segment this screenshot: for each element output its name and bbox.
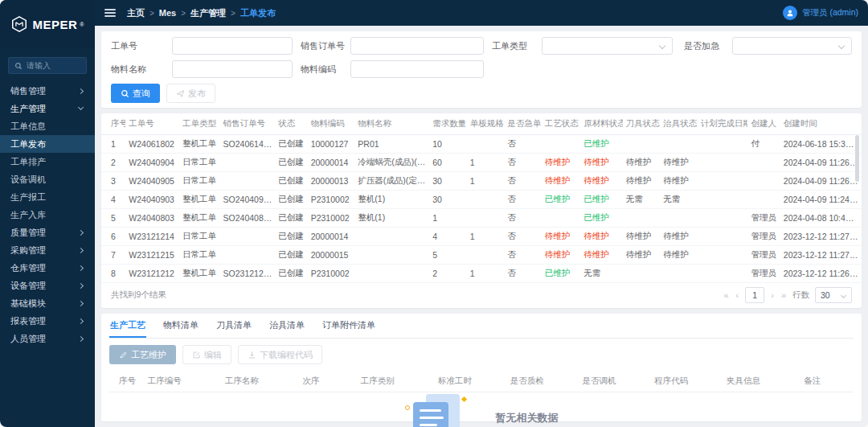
tab-订单附件清单[interactable]: 订单附件清单 xyxy=(321,314,376,338)
sidebar-item-生产报工[interactable]: 生产报工 xyxy=(0,188,95,206)
order-cell: 管理员 xyxy=(747,265,780,283)
urgent-select[interactable] xyxy=(732,37,852,55)
order-cell: 已创建 xyxy=(275,246,307,265)
tab-物料清单[interactable]: 物料清单 xyxy=(162,314,199,338)
order-row[interactable]: 5W24040803整机工单SO24040801已创建P2310002整机(1)… xyxy=(101,209,862,228)
page-size-select[interactable]: 30 xyxy=(815,287,852,303)
first-page-button[interactable]: « xyxy=(723,290,729,300)
breadcrumb-item[interactable]: 工单发布 xyxy=(240,7,276,19)
publish-button[interactable]: 发布 xyxy=(166,84,215,103)
order-cell: 否 xyxy=(504,154,541,172)
order-row[interactable]: 1W24061802整机工单SO24061402已创建10000127PR011… xyxy=(101,135,862,154)
order-row[interactable]: 3W24040905日常工单已创建20000013扩压器(成品)(定制)301否… xyxy=(101,172,862,191)
sidebar-search[interactable] xyxy=(8,57,87,74)
order-cell: 待维护 xyxy=(660,154,697,172)
sidebar-item-设备调机[interactable]: 设备调机 xyxy=(0,170,95,188)
order-cell xyxy=(354,246,429,265)
process-column-header: 程序代码 xyxy=(651,371,723,392)
current-page[interactable]: 1 xyxy=(745,287,764,303)
material-name-input[interactable] xyxy=(172,60,293,78)
last-page-button[interactable]: » xyxy=(780,290,787,300)
order-cell: W24040904 xyxy=(125,154,179,172)
order-cell xyxy=(660,209,697,228)
breadcrumb-item[interactable]: Mes xyxy=(159,8,176,18)
prev-page-button[interactable]: ‹ xyxy=(735,290,740,300)
order-type-select[interactable] xyxy=(542,37,673,55)
order-cell xyxy=(660,265,697,283)
process-column-header: 是否调机 xyxy=(579,371,651,392)
detail-buttons: 工艺维护编辑下载编程代码 xyxy=(109,339,854,371)
sidebar-item-工单发布[interactable]: 工单发布 xyxy=(0,135,95,153)
order-cell: 待维护 xyxy=(580,246,623,265)
order-cell: 已维护 xyxy=(542,265,581,283)
order-cell xyxy=(220,154,276,172)
column-header: 序号 xyxy=(101,113,125,135)
sidebar-group-label: 生产管理 xyxy=(10,103,79,115)
user-menu[interactable]: 管理员 (admin) xyxy=(783,6,858,20)
material-code-input[interactable] xyxy=(350,60,484,78)
tab-治具清单[interactable]: 治具清单 xyxy=(268,314,305,338)
order-no-input[interactable] xyxy=(172,37,293,55)
column-header: 销售订单号 xyxy=(220,113,276,135)
order-cell: 否 xyxy=(504,228,541,246)
order-row[interactable]: 8W23121212整机工单SO23121281已创建P231000221否已维… xyxy=(101,265,862,283)
rows-per-page-label: 行数 xyxy=(792,289,809,301)
sidebar-group-生产管理[interactable]: 生产管理 xyxy=(0,100,95,117)
order-row[interactable]: 2W24040904日常工单已创建20000014冷端蜗壳(成品)(定制)601… xyxy=(101,154,862,172)
sidebar-group-基础模块[interactable]: 基础模块 xyxy=(0,294,95,312)
order-cell: 管理员 xyxy=(747,228,780,246)
table-scrollbar[interactable] xyxy=(855,135,859,182)
sidebar-item-生产入库[interactable]: 生产入库 xyxy=(0,206,95,224)
sidebar-group-质量管理[interactable]: 质量管理 xyxy=(0,224,95,241)
order-cell: 已创建 xyxy=(275,209,307,228)
order-cell: 待维护 xyxy=(580,154,623,172)
sidebar-item-工单排产[interactable]: 工单排产 xyxy=(0,153,95,170)
tab-刀具清单[interactable]: 刀具清单 xyxy=(215,314,252,338)
sidebar-group-人员管理[interactable]: 人员管理 xyxy=(0,330,95,347)
order-row[interactable]: 6W23121214日常工单已创建2000001441否待维护待维护待维护待维护… xyxy=(101,228,862,246)
sidebar-group-仓库管理[interactable]: 仓库管理 xyxy=(0,259,95,277)
order-cell: SO24040901 xyxy=(220,191,276,209)
order-cell: 日常工单 xyxy=(179,172,220,191)
order-cell: 待维护 xyxy=(660,246,697,265)
chevron-right-icon xyxy=(78,318,84,323)
sidebar-group-采购管理[interactable]: 采购管理 xyxy=(0,241,95,259)
sidebar-group-报表管理[interactable]: 报表管理 xyxy=(0,312,95,330)
breadcrumb-item[interactable]: 主页 xyxy=(127,7,145,19)
empty-state-title: 暂无相关数据 xyxy=(495,411,560,425)
chevron-right-icon xyxy=(78,265,84,270)
sidebar-group-设备管理[interactable]: 设备管理 xyxy=(0,277,95,294)
search-button[interactable]: 查询 xyxy=(111,84,160,103)
order-cell xyxy=(220,172,276,191)
edit-icon xyxy=(192,351,201,359)
sidebar-search-input[interactable] xyxy=(27,61,80,70)
sidebar-group-销售管理[interactable]: 销售管理 xyxy=(0,82,95,100)
sidebar-group-label: 质量管理 xyxy=(10,227,79,239)
sidebar-item-工单信息[interactable]: 工单信息 xyxy=(0,117,95,135)
breadcrumb-item[interactable]: 生产管理 xyxy=(190,7,226,19)
filter-row-1: 工单号 销售订单号 工单类型 是否加急 xyxy=(111,37,852,55)
sales-order-no-input[interactable] xyxy=(350,37,484,55)
order-cell: 已创建 xyxy=(275,135,307,154)
order-row[interactable]: 4W24040903整机工单SO24040901已创建P2310002整机(1)… xyxy=(101,191,862,209)
order-cell: 1 xyxy=(429,209,466,228)
main-area: 主页>Mes>生产管理>工单发布 管理员 (admin) 工单号 销售订单号 工… xyxy=(95,0,868,427)
编辑-button[interactable]: 编辑 xyxy=(182,345,231,364)
order-cell: 3 xyxy=(101,172,125,191)
breadcrumb: 主页>Mes>生产管理>工单发布 xyxy=(127,7,276,19)
order-cell: 无需 xyxy=(623,191,660,209)
工艺维护-button[interactable]: 工艺维护 xyxy=(109,345,176,364)
menu-collapse-icon[interactable] xyxy=(104,9,116,17)
tab-生产工艺[interactable]: 生产工艺 xyxy=(109,314,146,338)
chevron-right-icon xyxy=(78,335,84,341)
document-front-sheet xyxy=(413,402,448,427)
下载编程代码-button[interactable]: 下载编程代码 xyxy=(238,345,322,364)
process-column-header: 工序名称 xyxy=(222,371,299,392)
column-header: 刀具状态 xyxy=(623,113,660,135)
orders-table: 序号工单号工单类型销售订单号状态物料编码物料名称需求数量单板规格是否急单工艺状态… xyxy=(101,113,862,283)
chevron-right-icon xyxy=(78,300,84,306)
order-row[interactable]: 7W23121215日常工单已创建200000155否待维护待维护待维护待维护管… xyxy=(101,246,862,265)
next-page-button[interactable]: › xyxy=(770,290,775,300)
order-cell: 1 xyxy=(467,172,504,191)
breadcrumb-separator: > xyxy=(231,9,235,18)
